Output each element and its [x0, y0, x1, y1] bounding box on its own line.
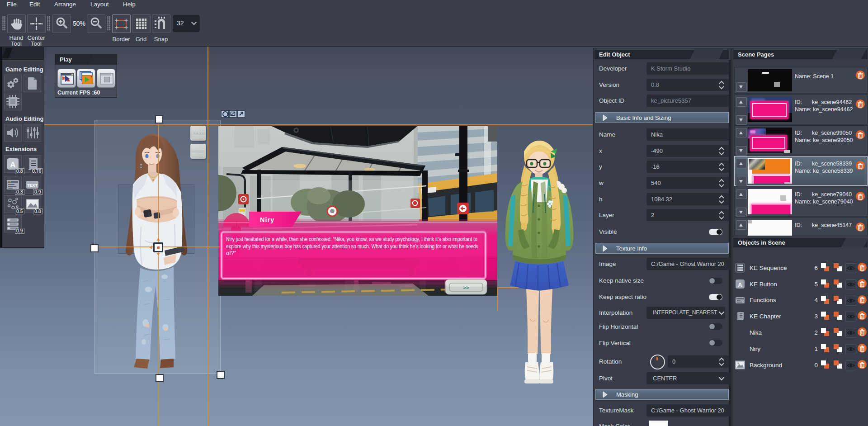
svg-text:Niry just hesitated for a whil: Niry just hesitated for a while, then sh… [226, 236, 477, 242]
svg-text:>>: >> [463, 285, 469, 290]
svg-text:Functions: Functions [192, 131, 205, 135]
svg-text:TEXT: TEXT [27, 183, 38, 188]
svg-text:KE Sequence>: KE Sequence> [191, 149, 205, 153]
svg-text:A: A [738, 281, 742, 288]
svg-text:of?”: of?” [226, 250, 236, 256]
svg-text:Niry: Niry [260, 216, 274, 223]
svg-text:explore why this mysterious bo: explore why this mysterious boy has capt… [226, 243, 478, 250]
